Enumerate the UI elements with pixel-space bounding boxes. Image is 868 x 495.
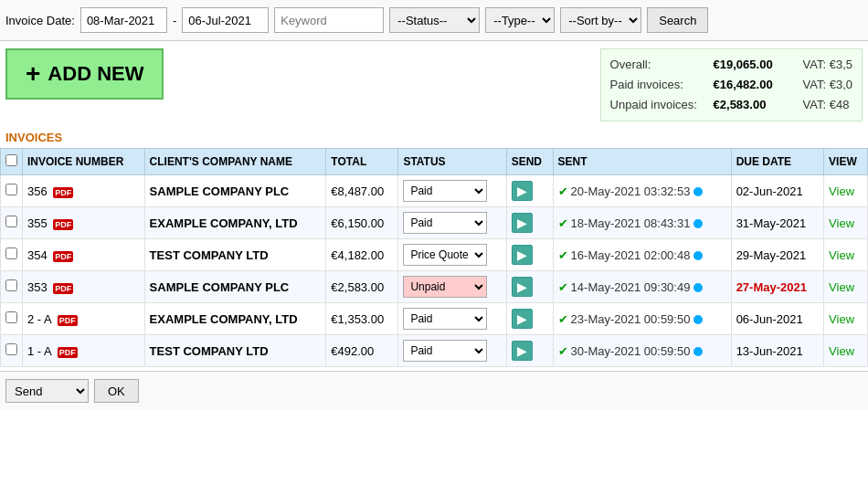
view-link[interactable]: View — [829, 312, 854, 326]
status-dropdown[interactable]: PaidUnpaidPrice Quote — [403, 244, 487, 266]
top-bar: Invoice Date: - --Status-- Paid Unpaid P… — [0, 0, 868, 41]
view-cell: View — [824, 239, 868, 271]
summary-unpaid-row: Unpaid invoices: €2,583.00 VAT: €48 — [610, 95, 852, 115]
table-row: 355 PDFEXAMPLE COMPANY, LTD€6,150.00Paid… — [1, 207, 868, 239]
send-icon[interactable]: ▶ — [512, 341, 533, 361]
sent-cell: ✔18-May-2021 08:43:31 — [553, 207, 731, 239]
header-sent: SENT — [553, 149, 731, 175]
info-dot-icon[interactable] — [693, 251, 703, 260]
status-dropdown[interactable]: PaidUnpaidPrice Quote — [403, 308, 487, 330]
row-checkbox-cell — [1, 207, 23, 239]
info-dot-icon[interactable] — [693, 187, 703, 196]
sent-checkmark: ✔ — [558, 248, 568, 262]
unpaid-label: Unpaid invoices: — [610, 95, 706, 115]
send-icon[interactable]: ▶ — [512, 277, 533, 297]
row-checkbox[interactable] — [5, 248, 17, 259]
send-icon[interactable]: ▶ — [512, 309, 533, 329]
sent-cell: ✔16-May-2021 02:00:48 — [553, 239, 731, 271]
overall-amount: €19,065.00 — [714, 55, 796, 75]
table-row: 2 - A PDFEXAMPLE COMPANY, LTD€1,353.00Pa… — [1, 303, 868, 335]
view-cell: View — [824, 271, 868, 303]
pdf-icon[interactable]: PDF — [53, 283, 73, 294]
pdf-icon[interactable]: PDF — [58, 347, 78, 358]
due-date-cell: 31-May-2021 — [731, 207, 823, 239]
row-checkbox[interactable] — [5, 216, 17, 227]
due-date-value: 02-Jun-2021 — [736, 184, 803, 198]
company-name-cell: TEST COMPANY LTD — [144, 335, 326, 367]
company-name-cell: TEST COMPANY LTD — [144, 239, 326, 271]
status-cell: PaidUnpaidPrice Quote — [398, 207, 506, 239]
row-checkbox-cell — [1, 175, 23, 207]
row-checkbox[interactable] — [5, 184, 17, 195]
add-new-button[interactable]: + ADD NEW — [5, 48, 164, 100]
row-checkbox-cell — [1, 303, 23, 335]
select-all-checkbox[interactable] — [5, 154, 17, 166]
info-dot-icon[interactable] — [693, 347, 703, 356]
due-date-value: 06-Jun-2021 — [736, 312, 803, 326]
company-name-cell: SAMPLE COMPANY PLC — [144, 271, 326, 303]
send-icon[interactable]: ▶ — [512, 213, 533, 233]
send-icon[interactable]: ▶ — [512, 181, 533, 201]
send-cell: ▶ — [506, 239, 553, 271]
sent-cell: ✔14-May-2021 09:30:49 — [553, 271, 731, 303]
sent-checkmark: ✔ — [558, 344, 568, 358]
row-checkbox-cell — [1, 335, 23, 367]
bulk-action-select[interactable]: Send Delete Mark Paid — [5, 379, 89, 403]
pdf-icon[interactable]: PDF — [53, 187, 73, 198]
header-send: SEND — [506, 149, 553, 175]
paid-amount: €16,482.00 — [714, 75, 796, 95]
sent-datetime: 23-May-2021 00:59:50 — [571, 312, 691, 326]
paid-label: Paid invoices: — [610, 75, 706, 95]
row-checkbox[interactable] — [5, 311, 17, 323]
view-link[interactable]: View — [829, 344, 854, 358]
total-cell: €492.00 — [326, 335, 398, 367]
date-to-input[interactable] — [182, 7, 269, 33]
info-dot-icon[interactable] — [693, 219, 703, 228]
sent-cell: ✔20-May-2021 03:32:53 — [553, 175, 731, 207]
info-dot-icon[interactable] — [693, 283, 703, 292]
date-from-input[interactable] — [80, 7, 167, 33]
invoice-number-cell: 355 PDF — [23, 207, 145, 239]
status-dropdown[interactable]: PaidUnpaidPrice Quote — [403, 276, 487, 298]
sort-select[interactable]: --Sort by-- — [560, 7, 641, 33]
date-separator: - — [173, 14, 176, 27]
company-name-cell: SAMPLE COMPANY PLC — [144, 175, 326, 207]
due-date-cell: 13-Jun-2021 — [731, 335, 823, 367]
invoice-number-cell: 354 PDF — [23, 239, 145, 271]
type-select[interactable]: --Type-- — [485, 7, 555, 33]
row-checkbox-cell — [1, 239, 23, 271]
status-dropdown[interactable]: PaidUnpaidPrice Quote — [403, 212, 487, 234]
sent-checkmark: ✔ — [558, 184, 568, 198]
info-dot-icon[interactable] — [693, 315, 703, 324]
search-button[interactable]: Search — [647, 7, 708, 33]
pdf-icon[interactable]: PDF — [53, 251, 73, 262]
status-dropdown[interactable]: PaidUnpaidPrice Quote — [403, 340, 487, 362]
add-new-label: ADD NEW — [48, 62, 143, 86]
company-name-cell: EXAMPLE COMPANY, LTD — [144, 207, 326, 239]
pdf-icon[interactable]: PDF — [58, 315, 78, 326]
view-link[interactable]: View — [829, 216, 854, 230]
status-cell: PaidUnpaidPrice Quote — [398, 271, 506, 303]
due-date-value: 27-May-2021 — [736, 280, 807, 294]
due-date-cell: 02-Jun-2021 — [731, 175, 823, 207]
send-cell: ▶ — [506, 335, 553, 367]
status-dropdown[interactable]: PaidUnpaidPrice Quote — [403, 180, 487, 202]
row-checkbox[interactable] — [5, 279, 17, 291]
pdf-icon[interactable]: PDF — [53, 219, 73, 230]
keyword-input[interactable] — [274, 7, 384, 33]
table-row: 1 - A PDFTEST COMPANY LTD€492.00PaidUnpa… — [1, 335, 868, 367]
table-row: 356 PDFSAMPLE COMPANY PLC€8,487.00PaidUn… — [1, 175, 868, 207]
row-checkbox[interactable] — [5, 343, 17, 355]
view-link[interactable]: View — [829, 248, 854, 262]
sent-cell: ✔30-May-2021 00:59:50 — [553, 335, 731, 367]
ok-button[interactable]: OK — [94, 379, 139, 403]
send-icon[interactable]: ▶ — [512, 245, 533, 265]
send-cell: ▶ — [506, 207, 553, 239]
bottom-bar: Send Delete Mark Paid OK — [0, 371, 868, 410]
total-cell: €4,182.00 — [326, 239, 398, 271]
status-select[interactable]: --Status-- Paid Unpaid Price Quote — [389, 7, 480, 33]
overall-vat: VAT: €3,5 — [803, 55, 852, 75]
view-link[interactable]: View — [829, 184, 854, 198]
invoices-table: INVOICE NUMBER CLIENT'S COMPANY NAME TOT… — [0, 148, 868, 367]
view-link[interactable]: View — [829, 280, 854, 294]
